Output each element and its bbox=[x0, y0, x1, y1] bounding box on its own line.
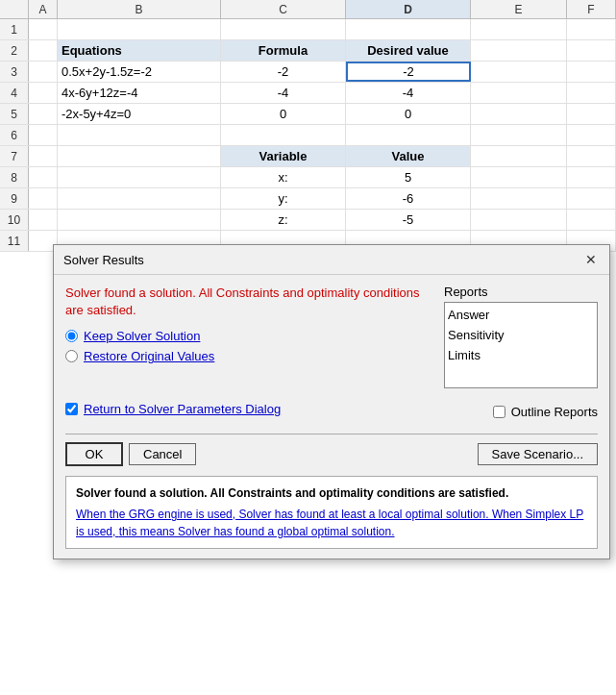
col-header-f[interactable]: F bbox=[567, 0, 616, 18]
col-header-d[interactable]: D bbox=[346, 0, 471, 18]
cell-e6[interactable] bbox=[471, 125, 567, 145]
row-num: 6 bbox=[0, 125, 29, 145]
col-header-c[interactable]: C bbox=[221, 0, 346, 18]
keep-radio[interactable] bbox=[65, 330, 78, 342]
cell-a6[interactable] bbox=[29, 125, 58, 145]
cell-b1[interactable] bbox=[58, 19, 221, 39]
cell-b2[interactable]: Equations bbox=[58, 40, 221, 61]
cell-b6[interactable] bbox=[58, 125, 221, 145]
cell-d2[interactable]: Desired value bbox=[346, 40, 471, 61]
outline-checkbox-label[interactable]: Outline Reports bbox=[511, 405, 598, 419]
cell-d7[interactable]: Value bbox=[346, 146, 471, 166]
cell-b5[interactable]: -2x-5y+4z=0 bbox=[58, 104, 221, 124]
cell-e8[interactable] bbox=[471, 167, 567, 187]
ok-button[interactable]: OK bbox=[65, 442, 123, 466]
cell-a5[interactable] bbox=[29, 104, 58, 124]
row-num: 4 bbox=[0, 83, 29, 103]
cell-b8[interactable] bbox=[58, 167, 221, 187]
info-text-link: this means Solver has found a global opt… bbox=[119, 525, 395, 538]
cell-b7[interactable] bbox=[58, 146, 221, 166]
cell-a7[interactable] bbox=[29, 146, 58, 166]
report-sensitivity[interactable]: Sensitivity bbox=[448, 326, 594, 346]
return-checkbox[interactable] bbox=[65, 403, 78, 415]
cell-c1[interactable] bbox=[221, 19, 346, 39]
cell-d3[interactable]: -2 bbox=[346, 62, 471, 82]
report-answer[interactable]: Answer bbox=[448, 306, 594, 326]
dialog-titlebar: Solver Results ✕ bbox=[54, 245, 609, 275]
cell-e9[interactable] bbox=[471, 188, 567, 209]
cell-b10[interactable] bbox=[58, 210, 221, 230]
radio-item-restore: Restore Original Values bbox=[65, 349, 434, 363]
cell-a3[interactable] bbox=[29, 62, 58, 82]
cell-a9[interactable] bbox=[29, 188, 58, 209]
cell-a4[interactable] bbox=[29, 83, 58, 103]
solver-message: Solver found a solution. All Constraints… bbox=[65, 285, 434, 319]
cell-f5[interactable] bbox=[567, 104, 616, 124]
cell-d4[interactable]: -4 bbox=[346, 83, 471, 103]
return-checkbox-label[interactable]: Return to Solver Parameters Dialog bbox=[84, 402, 281, 416]
close-button[interactable]: ✕ bbox=[582, 251, 600, 268]
cell-d10[interactable]: -5 bbox=[346, 210, 471, 230]
col-header-e[interactable]: E bbox=[471, 0, 567, 18]
cell-f10[interactable] bbox=[567, 210, 616, 230]
reports-list[interactable]: Answer Sensitivity Limits bbox=[444, 302, 598, 388]
cell-e5[interactable] bbox=[471, 104, 567, 124]
cell-d1[interactable] bbox=[346, 19, 471, 39]
cell-f3[interactable] bbox=[567, 62, 616, 82]
cell-f1[interactable] bbox=[567, 19, 616, 39]
cell-f2[interactable] bbox=[567, 40, 616, 61]
cell-b9[interactable] bbox=[58, 188, 221, 209]
middle-row: Return to Solver Parameters Dialog Outli… bbox=[65, 398, 598, 426]
cell-d9[interactable]: -6 bbox=[346, 188, 471, 209]
col-header-a[interactable]: A bbox=[29, 0, 58, 18]
cell-d5[interactable]: 0 bbox=[346, 104, 471, 124]
dialog-body: Solver found a solution. All Constraints… bbox=[54, 275, 609, 558]
cell-c6[interactable] bbox=[221, 125, 346, 145]
cancel-button[interactable]: Cancel bbox=[129, 443, 196, 465]
cell-c8[interactable]: x: bbox=[221, 167, 346, 187]
report-limits[interactable]: Limits bbox=[448, 346, 594, 366]
cell-e1[interactable] bbox=[471, 19, 567, 39]
cell-e3[interactable] bbox=[471, 62, 567, 82]
cell-c7[interactable]: Variable bbox=[221, 146, 346, 166]
cell-c5[interactable]: 0 bbox=[221, 104, 346, 124]
outline-checkbox[interactable] bbox=[493, 406, 505, 418]
cell-a10[interactable] bbox=[29, 210, 58, 230]
radio-item-keep: Keep Solver Solution bbox=[65, 329, 434, 343]
cell-e10[interactable] bbox=[471, 210, 567, 230]
cell-c4[interactable]: -4 bbox=[221, 83, 346, 103]
row-num: 5 bbox=[0, 104, 29, 124]
cell-a8[interactable] bbox=[29, 167, 58, 187]
cell-e4[interactable] bbox=[471, 83, 567, 103]
dialog-title: Solver Results bbox=[63, 253, 144, 267]
cell-f7[interactable] bbox=[567, 146, 616, 166]
cell-f8[interactable] bbox=[567, 167, 616, 187]
col-header-b[interactable]: B bbox=[58, 0, 221, 18]
cell-f6[interactable] bbox=[567, 125, 616, 145]
cell-b3[interactable]: 0.5x+2y-1.5z=-2 bbox=[58, 62, 221, 82]
cell-d8[interactable]: 5 bbox=[346, 167, 471, 187]
dialog-info-box: Solver found a solution. All Constraints… bbox=[65, 476, 598, 549]
cell-c10[interactable]: z: bbox=[221, 210, 346, 230]
divider bbox=[65, 434, 598, 434]
cell-b4[interactable]: 4x-6y+12z=-4 bbox=[58, 83, 221, 103]
radio-group: Keep Solver Solution Restore Original Va… bbox=[65, 329, 434, 363]
keep-radio-label[interactable]: Keep Solver Solution bbox=[84, 329, 200, 343]
table-row: 10 z: -5 bbox=[0, 210, 616, 231]
cell-a2[interactable] bbox=[29, 40, 58, 61]
cell-e2[interactable] bbox=[471, 40, 567, 61]
save-scenario-button[interactable]: Save Scenario... bbox=[478, 443, 598, 465]
row-num: 8 bbox=[0, 167, 29, 187]
row-num: 7 bbox=[0, 146, 29, 166]
cell-d6[interactable] bbox=[346, 125, 471, 145]
cell-c3[interactable]: -2 bbox=[221, 62, 346, 82]
cell-c2[interactable]: Formula bbox=[221, 40, 346, 61]
cell-f4[interactable] bbox=[567, 83, 616, 103]
cell-a1[interactable] bbox=[29, 19, 58, 39]
corner-header bbox=[0, 0, 29, 18]
cell-c9[interactable]: y: bbox=[221, 188, 346, 209]
restore-radio[interactable] bbox=[65, 350, 78, 362]
restore-radio-label[interactable]: Restore Original Values bbox=[84, 349, 214, 363]
cell-e7[interactable] bbox=[471, 146, 567, 166]
cell-f9[interactable] bbox=[567, 188, 616, 209]
